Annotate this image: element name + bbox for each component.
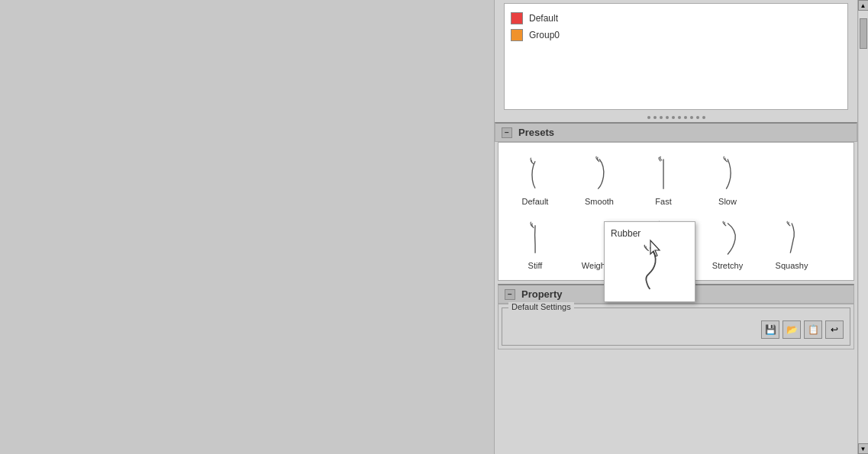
rubber-popup-title: Rubber [611, 228, 641, 239]
dot-9 [696, 116, 699, 119]
group0-color-swatch [511, 29, 523, 41]
dot-6 [678, 116, 681, 119]
save-button[interactable]: 💾 [761, 320, 779, 339]
stiff-icon [516, 217, 554, 259]
scrollbar-track [859, 11, 868, 443]
presets-row-1: Default Smooth [505, 149, 847, 210]
open-button[interactable]: 📂 [782, 320, 801, 339]
dot-1 [647, 116, 650, 119]
reset-button[interactable]: ↩ [825, 320, 844, 339]
default-icon [516, 153, 554, 195]
slow-icon [708, 153, 747, 195]
property-header-label: Property [521, 288, 562, 300]
group-item-default[interactable]: Default [511, 10, 841, 27]
presets-collapse-button[interactable]: − [502, 127, 512, 138]
default-color-swatch [511, 12, 523, 24]
dot-4 [666, 116, 669, 119]
groups-list: Default Group0 [504, 3, 848, 110]
default-settings-legend: Default Settings [508, 302, 574, 311]
squashy-preset-label: Squashy [776, 261, 808, 270]
scroll-indicator [495, 113, 857, 122]
groups-area: Default Group0 [498, 0, 854, 113]
group0-label: Group0 [529, 30, 560, 40]
preset-stiff[interactable]: Stiff [505, 213, 566, 274]
dot-5 [672, 116, 675, 119]
preset-smooth[interactable]: Smooth [569, 149, 630, 210]
right-scrollbar: ▲ ▼ [857, 0, 868, 454]
presets-section-header: − Presets [495, 122, 857, 142]
default-settings-group: Default Settings 💾 📂 📋 ↩ [502, 307, 850, 346]
stretchy-preset-label: Stretchy [712, 261, 743, 270]
copy-button[interactable]: 📋 [804, 320, 822, 339]
property-collapse-button[interactable]: − [505, 289, 515, 300]
preset-slow[interactable]: Slow [697, 149, 758, 210]
dot-7 [684, 116, 687, 119]
scroll-dots [647, 116, 705, 119]
presets-header-label: Presets [518, 127, 554, 138]
dot-10 [702, 116, 705, 119]
preset-stretchy[interactable]: Stretchy [697, 213, 758, 274]
stretchy-icon [708, 217, 747, 259]
presets-row-2: Stiff Weighted Rubber [505, 213, 847, 274]
group-item-group0[interactable]: Group0 [511, 27, 841, 43]
presets-panel: Default Smooth [498, 142, 854, 281]
settings-toolbar: 💾 📂 📋 ↩ [508, 320, 844, 339]
preset-default[interactable]: Default [505, 149, 566, 210]
rubber-icon [627, 242, 673, 295]
right-panel: Default Group0 [494, 0, 868, 454]
default-preset-label: Default [522, 197, 549, 206]
preset-squashy[interactable]: Squashy [761, 213, 822, 274]
dot-2 [653, 116, 657, 119]
fast-icon [644, 153, 682, 195]
preset-fast[interactable]: Fast [633, 149, 694, 210]
scroll-up-button[interactable]: ▲ [858, 0, 869, 11]
main-canvas [0, 0, 494, 454]
dot-3 [660, 116, 663, 119]
slow-preset-label: Slow [718, 197, 737, 206]
squashy-icon [773, 217, 811, 259]
panel-content: Default Group0 [495, 0, 868, 454]
dot-8 [690, 116, 693, 119]
rubber-popup: Rubber [604, 221, 695, 302]
fast-preset-label: Fast [655, 197, 671, 206]
default-label: Default [529, 13, 558, 24]
property-panel: Default Settings 💾 📂 📋 ↩ [498, 304, 854, 349]
smooth-preset-label: Smooth [585, 197, 614, 206]
smooth-icon [580, 153, 618, 195]
stiff-preset-label: Stiff [528, 261, 543, 270]
scroll-down-button[interactable]: ▼ [858, 443, 869, 454]
scrollbar-thumb[interactable] [860, 18, 867, 49]
preset-weighted[interactable]: Weighted Rubber [569, 213, 630, 274]
